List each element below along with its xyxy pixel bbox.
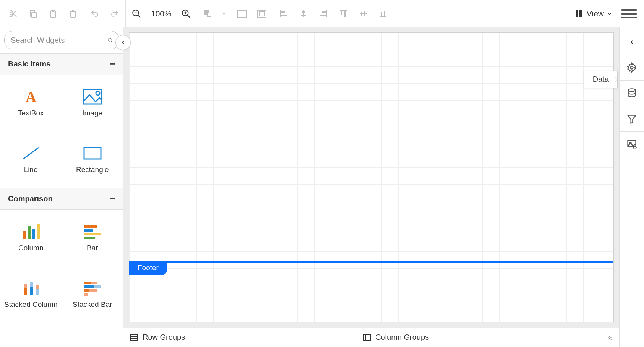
tooltip-text: Data: [593, 75, 609, 83]
column-groups-label: Column Groups: [375, 333, 429, 342]
right-sidebar: Data: [619, 27, 644, 347]
svg-rect-61: [36, 285, 39, 289]
scissors-icon: [9, 9, 18, 18]
widget-image[interactable]: Image: [62, 75, 123, 131]
footer-tab[interactable]: Footer: [129, 261, 167, 275]
widget-label: Bar: [87, 244, 98, 253]
copy-button[interactable]: [26, 6, 41, 21]
menu-button[interactable]: [621, 6, 637, 21]
line-icon: [20, 145, 42, 162]
undo-icon: [90, 9, 99, 18]
svg-rect-53: [84, 225, 97, 228]
svg-rect-29: [320, 15, 326, 16]
svg-rect-67: [84, 289, 89, 292]
paste-button[interactable]: [45, 6, 61, 21]
sidebar-collapse-button[interactable]: [115, 35, 131, 50]
undo-button[interactable]: [87, 6, 102, 21]
svg-rect-79: [628, 140, 636, 146]
rectangle-icon: [82, 145, 103, 162]
footer-label: Footer: [138, 264, 159, 272]
database-icon: [626, 88, 637, 99]
svg-marker-78: [628, 115, 636, 123]
section-comparison-header[interactable]: Comparison −: [0, 188, 123, 210]
design-surface[interactable]: Footer: [129, 32, 614, 322]
data-tooltip: Data: [584, 71, 618, 88]
row-groups-icon: [130, 333, 139, 342]
svg-rect-68: [89, 289, 97, 292]
widget-line[interactable]: Line: [0, 131, 62, 188]
order-dropdown[interactable]: [220, 6, 228, 21]
widget-stacked-bar[interactable]: Stacked Bar: [62, 266, 123, 323]
svg-rect-50: [28, 226, 31, 239]
clipboard-group: [3, 0, 84, 27]
widget-label: TextBox: [18, 109, 44, 118]
row-groups-section[interactable]: Row Groups: [130, 333, 185, 342]
column-groups-section[interactable]: Column Groups: [362, 333, 429, 342]
svg-rect-38: [384, 11, 385, 16]
svg-rect-39: [576, 10, 578, 17]
svg-rect-15: [207, 13, 211, 17]
align-left-button[interactable]: [276, 6, 291, 21]
align-right-button[interactable]: [316, 6, 331, 21]
svg-rect-32: [344, 11, 346, 17]
redo-icon: [110, 9, 119, 18]
data-tab[interactable]: [623, 82, 641, 104]
widget-rectangle[interactable]: Rectangle: [62, 131, 123, 188]
image-icon: [82, 88, 103, 105]
filter-tab[interactable]: [623, 108, 641, 130]
layers-icon: [203, 9, 213, 18]
footer-section-divider[interactable]: Footer: [129, 261, 613, 263]
svg-rect-65: [84, 285, 94, 288]
svg-rect-34: [361, 12, 362, 16]
widget-bar[interactable]: Bar: [62, 210, 123, 266]
zoom-group: 100%: [126, 0, 197, 27]
delete-button[interactable]: [65, 6, 81, 21]
view-dropdown[interactable]: View: [570, 9, 617, 18]
groups-panel: Row Groups Column Groups: [123, 328, 619, 347]
svg-rect-23: [281, 15, 287, 16]
search-input[interactable]: [11, 36, 107, 45]
properties-tab[interactable]: [623, 57, 641, 79]
rightbar-collapse-button[interactable]: [623, 31, 641, 53]
align-bottom-icon: [379, 10, 387, 18]
widget-textbox[interactable]: A TextBox: [0, 75, 62, 131]
hamburger-line: [621, 17, 637, 18]
chevron-left-icon: [120, 39, 126, 45]
widget-stacked-column[interactable]: Stacked Column: [0, 266, 62, 323]
redo-button[interactable]: [107, 6, 122, 21]
svg-point-46: [96, 91, 100, 95]
align-group: [273, 0, 394, 27]
svg-rect-57: [24, 284, 27, 288]
svg-rect-25: [302, 11, 305, 13]
align-center-button[interactable]: [296, 6, 311, 21]
order-group: [197, 0, 231, 27]
align-middle-button[interactable]: [355, 6, 371, 21]
row-groups-label: Row Groups: [143, 333, 185, 342]
svg-rect-26: [301, 15, 306, 16]
align-bottom-button[interactable]: [375, 6, 391, 21]
widget-column[interactable]: Column: [0, 210, 62, 266]
svg-point-1: [10, 15, 12, 17]
align-left-icon: [279, 10, 288, 18]
section-basic-items-header[interactable]: Basic Items −: [0, 53, 123, 75]
section-title: Basic Items: [8, 60, 50, 68]
canvas-viewport[interactable]: Footer: [123, 27, 619, 328]
top-toolbar: 100%: [0, 0, 644, 27]
align-top-button[interactable]: [336, 6, 351, 21]
stacked-bar-icon: [82, 280, 103, 297]
cut-button[interactable]: [6, 6, 21, 21]
svg-text:A: A: [25, 88, 36, 105]
send-to-back-button[interactable]: [200, 6, 216, 21]
expand-groups-button[interactable]: [606, 334, 613, 341]
size-width-button[interactable]: [234, 6, 250, 21]
main-area: Basic Items − A TextBox Image: [0, 27, 644, 347]
search-box[interactable]: [4, 31, 119, 49]
svg-rect-56: [84, 237, 95, 239]
copy-icon: [29, 9, 38, 18]
size-height-button[interactable]: [254, 6, 269, 21]
image-manager-tab[interactable]: [623, 133, 641, 156]
zoom-out-button[interactable]: [129, 6, 144, 21]
chevron-down-icon: [222, 11, 226, 16]
chevron-down-icon: [607, 11, 612, 16]
zoom-in-button[interactable]: [178, 6, 194, 21]
